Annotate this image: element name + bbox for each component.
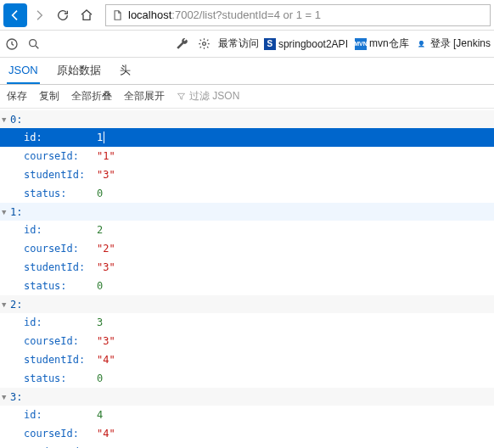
prop-value: "2" (97, 243, 115, 255)
bookmark-label: mvn仓库 (369, 36, 409, 51)
devtools-tabs: JSON 原始数据 头 (0, 58, 494, 85)
forward-button[interactable] (27, 3, 51, 27)
prop-key: courseId: (24, 428, 97, 440)
prop-value: "3" (97, 261, 115, 273)
prop-key: courseId: (24, 335, 97, 347)
prop-value: 1 (97, 132, 104, 144)
page-icon (111, 9, 123, 21)
reload-button[interactable] (51, 3, 75, 27)
prop-value: 0 (97, 280, 103, 292)
json-property[interactable]: courseId:"4" (0, 424, 494, 443)
json-property[interactable]: status:0 (0, 184, 494, 203)
json-property[interactable]: status:0 (0, 277, 494, 295)
save-action[interactable]: 保存 (7, 89, 27, 104)
json-property[interactable]: studentId:"4" (0, 350, 494, 369)
nav-toolbar: localhost:7002/list?studentId=4 or 1 = 1 (0, 0, 494, 31)
prop-key: studentId: (24, 169, 97, 181)
home-button[interactable] (75, 3, 98, 27)
chevron-down-icon: ▼ (0, 115, 10, 124)
filter-json[interactable]: 过滤 JSON (177, 89, 239, 104)
url-bar[interactable]: localhost:7002/list?studentId=4 or 1 = 1 (105, 4, 491, 26)
group-index: 1: (10, 206, 22, 218)
prop-key: id: (24, 409, 97, 421)
prop-key: courseId: (24, 150, 97, 162)
json-group[interactable]: ▼ 3: (0, 388, 494, 406)
json-property[interactable]: studentId:"3" (0, 443, 494, 448)
chevron-down-icon: ▼ (0, 393, 10, 401)
bookmarks-bar: 最常访问 Sspringboot2APIMVNmvn仓库👤登录 [Jenkins (0, 31, 494, 58)
json-property[interactable]: status:0 (0, 369, 494, 388)
prop-key: id: (24, 132, 97, 143)
prop-value: 3 (97, 316, 103, 328)
search-icon[interactable] (25, 37, 42, 51)
group-index: 3: (10, 391, 22, 403)
back-button[interactable] (3, 3, 27, 27)
favicon: S (264, 38, 276, 50)
history-icon[interactable] (3, 37, 20, 51)
prop-value: 2 (97, 224, 103, 236)
prop-key: studentId: (24, 261, 97, 273)
bookmark-label: springboot2API (278, 38, 348, 50)
json-group[interactable]: ▼ 2: (0, 295, 494, 313)
group-index: 0: (10, 114, 22, 126)
url-text: localhost:7002/list?studentId=4 or 1 = 1 (128, 8, 321, 21)
favicon: MVN (355, 38, 367, 50)
expand-action[interactable]: 全部展开 (124, 89, 165, 104)
prop-value: "4" (97, 354, 115, 366)
svg-point-1 (30, 39, 36, 46)
chevron-down-icon: ▼ (0, 300, 10, 309)
bookmark-item[interactable]: Sspringboot2API (264, 38, 348, 50)
chevron-down-icon: ▼ (0, 208, 10, 216)
json-property[interactable]: studentId:"3" (0, 165, 494, 184)
gear-icon[interactable] (196, 37, 213, 50)
json-property[interactable]: courseId:"3" (0, 332, 494, 350)
prop-key: id: (24, 224, 97, 236)
json-property[interactable]: courseId:"1" (0, 147, 494, 165)
collapse-action[interactable]: 全部折叠 (71, 89, 112, 104)
tab-raw[interactable]: 原始数据 (55, 57, 103, 84)
prop-value: "3" (97, 335, 115, 347)
json-group[interactable]: ▼ 1: (0, 203, 494, 221)
wrench-icon[interactable] (174, 37, 191, 50)
bookmark-item[interactable]: 👤登录 [Jenkins (416, 36, 491, 51)
tab-json[interactable]: JSON (7, 58, 40, 84)
json-group[interactable]: ▼ 0: (0, 110, 494, 128)
prop-key: status: (24, 188, 97, 199)
prop-key: studentId: (24, 354, 97, 366)
favicon: 👤 (416, 38, 428, 50)
prop-value: "1" (97, 150, 115, 162)
prop-key: status: (24, 372, 97, 384)
prop-value: 0 (97, 188, 103, 199)
json-property[interactable]: studentId:"3" (0, 258, 494, 277)
json-tree: ▼ 0:id:1courseId:"1"studentId:"3"status:… (0, 109, 494, 448)
prop-key: status: (24, 280, 97, 292)
prop-key: courseId: (24, 243, 97, 255)
tab-head[interactable]: 头 (118, 57, 132, 84)
json-actions: 保存 复制 全部折叠 全部展开 过滤 JSON (0, 85, 494, 109)
json-property[interactable]: id:3 (0, 313, 494, 332)
json-property[interactable]: id:1 (0, 128, 494, 147)
bookmark-freq[interactable]: 最常访问 (218, 36, 259, 51)
copy-action[interactable]: 复制 (39, 89, 59, 104)
svg-point-2 (203, 42, 206, 46)
json-property[interactable]: courseId:"2" (0, 239, 494, 258)
bookmark-label: 登录 [Jenkins (430, 36, 491, 51)
prop-value: 0 (97, 372, 103, 384)
prop-value: "4" (97, 428, 115, 440)
bookmark-item[interactable]: MVNmvn仓库 (355, 36, 409, 51)
group-index: 2: (10, 299, 22, 311)
json-property[interactable]: id:4 (0, 406, 494, 424)
prop-value: 4 (97, 409, 103, 421)
prop-value: "3" (97, 169, 115, 181)
json-property[interactable]: id:2 (0, 221, 494, 239)
prop-key: id: (24, 316, 97, 328)
